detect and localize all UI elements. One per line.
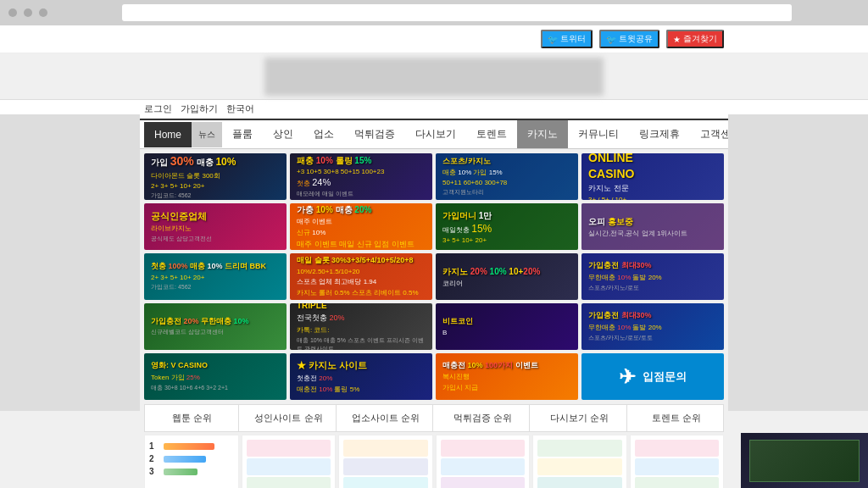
banner-8[interactable]: 오피 홍보중 실시간,전국,공식 업계 1위사이트	[581, 203, 724, 250]
banner-row-2: 공식인증업체 라이브카지노 공식제도 삼당고객전선 가충 10% 매충 20% …	[144, 203, 724, 250]
ranking-col-5	[532, 435, 627, 488]
ranking-item	[441, 440, 526, 457]
nav-rewatch[interactable]: 다시보기	[405, 120, 466, 148]
nav-tab2[interactable]: 뉴스	[192, 122, 222, 147]
ranking-item: 3	[149, 465, 234, 478]
ranking-content: 1 2 3	[144, 435, 724, 488]
telegram-icon: ✈	[619, 365, 636, 389]
banner-6[interactable]: 가충 10% 매충 20% 매주 이벤트 신규 10% 매주 이벤트 매일 신규…	[290, 203, 432, 250]
ranking-tabs: 웹툰 순위 성인사이트 순위 업소사이트 순위 먹튀검증 순위 다시보기 순위 …	[144, 404, 724, 432]
banner-15[interactable]: 비트코인 B	[436, 303, 578, 350]
nav-shortcut[interactable]: 링크제휴	[629, 120, 690, 148]
ranking-col-2	[242, 435, 337, 488]
nav-community[interactable]: 커뮤니티	[568, 120, 629, 148]
ranking-item	[635, 440, 720, 457]
bookmark-label: 즐겨찾기	[683, 33, 717, 45]
nav-torrent[interactable]: 토렌트	[466, 120, 517, 148]
twitter-icon: 🐦	[548, 35, 558, 44]
banner-4[interactable]: ONLINECASINO 카지노 전문 3+ / 5+ / 10+	[581, 153, 724, 200]
ranking-item	[635, 477, 720, 488]
twitter-button[interactable]: 🐦 트위터	[541, 30, 593, 48]
ranking-tab-venue[interactable]: 업소사이트 순위	[339, 405, 433, 431]
signup-link[interactable]: 가입하기	[181, 103, 218, 115]
ranking-item	[343, 458, 428, 475]
ranking-item	[343, 477, 428, 488]
ranking-item	[537, 458, 622, 475]
ranking-item: 1	[149, 440, 234, 452]
top-banner-image[interactable]	[264, 58, 604, 96]
utility-bar: 🐦 트위터 🐦 트윗공유 ★ 즐겨찾기	[0, 25, 868, 53]
ranking-tab-verify[interactable]: 먹튀검증 순위	[436, 405, 530, 431]
ranking-item	[247, 440, 331, 457]
banner-12[interactable]: 가입충전 최대30% 무한매충 10% 돌발 20% 스포츠/카지노/로또	[581, 253, 724, 300]
tweet-share-button[interactable]: 🐦 트윗공유	[599, 30, 659, 48]
banner-row-3: 첫충 100% 매충 10% 드리며 BBK 2+ 3+ 5+ 10+ 20+ …	[144, 253, 724, 300]
banner-2[interactable]: 패충 10% 롤링 15% +3 10+5 30+8 50+15 100+23 …	[290, 153, 432, 200]
banner-9[interactable]: 첫충 100% 매충 10% 드리며 BBK 2+ 3+ 5+ 10+ 20+ …	[144, 253, 287, 300]
ranking-col-1: 1 2 3	[144, 435, 239, 488]
bottom-right-panel	[741, 433, 868, 488]
address-bar[interactable]	[122, 4, 792, 21]
ranking-item: 2	[149, 452, 234, 465]
right-sidebar	[728, 114, 868, 411]
ranking-item	[441, 458, 526, 475]
ranking-item	[247, 477, 331, 488]
browser-dot-1	[8, 8, 17, 17]
ranking-tab-torrent[interactable]: 토렌트 순위	[630, 405, 723, 431]
ranking-item	[441, 477, 526, 488]
language-link[interactable]: 한국어	[226, 103, 254, 115]
browser-dot-3	[39, 8, 47, 17]
login-link[interactable]: 로그인	[144, 103, 172, 115]
ranking-item	[343, 440, 428, 457]
left-sidebar	[0, 114, 140, 411]
twitter-label: 트위터	[560, 33, 586, 45]
nav-verify[interactable]: 먹튀검증	[344, 120, 405, 148]
banner-10[interactable]: 매일 슬롯 30%3+3/5+4/10+5/20+8 10%/2.50+1.5/…	[290, 253, 432, 300]
banner-18[interactable]: ★ 카지노 사이트 첫충전 20% 매충전 10% 롤링 5%	[290, 353, 432, 400]
share-label: 트윗공유	[619, 33, 653, 45]
telegram-label: 입점문의	[643, 369, 687, 385]
browser-chrome	[0, 0, 868, 25]
nav-casino[interactable]: 카지노	[517, 120, 568, 148]
ranking-item	[537, 477, 622, 488]
banner-5[interactable]: 공식인증업체 라이브카지노 공식제도 삼당고객전선	[144, 203, 287, 250]
nav-venue[interactable]: 업소	[303, 120, 344, 148]
banner-1[interactable]: 가입 30% 매충 10% 다이아몬드 슬롯 300회 2+ 3+ 5+ 10+…	[144, 153, 287, 200]
ranking-tab-rewatch[interactable]: 다시보기 순위	[532, 405, 626, 431]
browser-dot-2	[24, 8, 32, 17]
share-icon: 🐦	[606, 35, 616, 44]
nav-merchant[interactable]: 상인	[263, 120, 303, 148]
nav-plum[interactable]: 플룸	[222, 120, 263, 148]
ranking-item	[537, 440, 622, 457]
banner-3[interactable]: 스포츠/카지노 매충 10% 가입 15% 50+11 60+60 300+78…	[436, 153, 578, 200]
banner-19[interactable]: 매충전 10% 100가지 이벤트 복시진행 가입시 지급	[436, 353, 578, 400]
banner-row-5: 영화: V CASINO Token 가입 25% 매충 30+8 10+6 4…	[144, 353, 724, 400]
ranking-tab-adult[interactable]: 성인사이트 순위	[242, 405, 336, 431]
ranking-tab-webtoon[interactable]: 웹툰 순위	[145, 405, 239, 431]
ranking-item	[247, 458, 331, 475]
top-banner	[0, 53, 868, 100]
nav-home[interactable]: Home	[144, 122, 192, 147]
banner-row-4: 가입충전 20% 무한매충 10% 신규레벨코드 삼당고객센터 TRIPLE 전…	[144, 303, 724, 350]
banner-16[interactable]: 가입충전 최대30% 무한매충 10% 돌발 20% 스포츠/카지노/로또/토토	[581, 303, 724, 350]
banner-row-1: 가입 30% 매충 10% 다이아몬드 슬롯 300회 2+ 3+ 5+ 10+…	[144, 153, 724, 200]
banner-11[interactable]: 카지노 20% 10% 10+20% 코리어	[436, 253, 578, 300]
ranking-col-3	[338, 435, 433, 488]
ranking-item	[635, 458, 720, 475]
banner-20-telegram[interactable]: ✈ 입점문의	[581, 353, 724, 400]
ranking-col-4	[436, 435, 531, 488]
bookmark-icon: ★	[673, 35, 681, 44]
bottom-right-inner	[749, 440, 860, 482]
banner-7[interactable]: 가입머니 1만 매일첫충 15% 3+ 5+ 10+ 20+	[436, 203, 578, 250]
banner-17[interactable]: 영화: V CASINO Token 가입 25% 매충 30+8 10+6 4…	[144, 353, 287, 400]
ranking-col-6	[630, 435, 725, 488]
banner-14[interactable]: TRIPLE 전국첫충 20% 카톡: 코드: 매충 10% 매충 5% 스포츠…	[290, 303, 432, 350]
bookmark-button[interactable]: ★ 즐겨찾기	[666, 30, 724, 48]
content-area: 가입 30% 매충 10% 다이아몬드 슬롯 300회 2+ 3+ 5+ 10+…	[0, 149, 868, 488]
banner-13[interactable]: 가입충전 20% 무한매충 10% 신규레벨코드 삼당고객센터	[144, 303, 287, 350]
